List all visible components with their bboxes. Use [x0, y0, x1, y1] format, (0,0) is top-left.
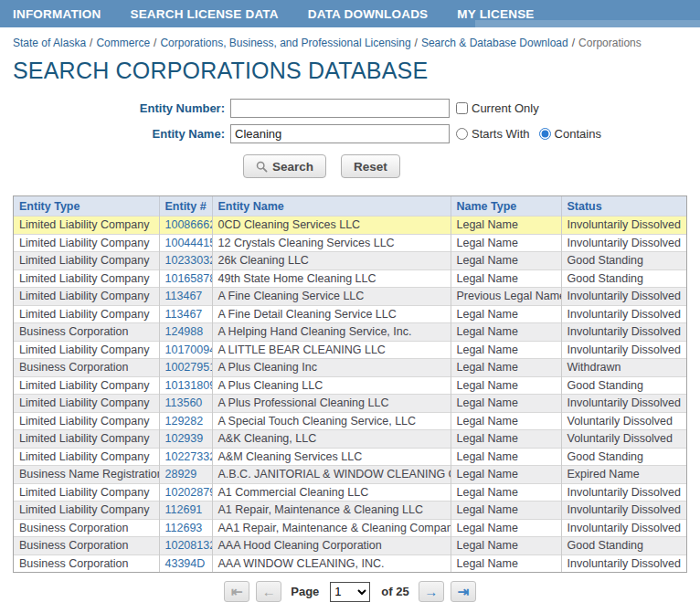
- entity-number-link[interactable]: 10233032: [165, 254, 213, 267]
- cell-entity-type: Limited Liability Company: [14, 288, 159, 306]
- next-page-button[interactable]: →: [419, 581, 444, 602]
- entity-number-link[interactable]: 10027951: [165, 361, 213, 374]
- table-row[interactable]: Limited Liability Company1004441512 Crys…: [14, 234, 686, 252]
- first-page-button[interactable]: ⇤: [224, 581, 249, 602]
- starts-with-radio[interactable]: [456, 128, 468, 140]
- cell-entity-type: Limited Liability Company: [14, 269, 159, 288]
- entity-number-link[interactable]: 112693: [165, 522, 203, 534]
- table-row[interactable]: Limited Liability Company10131809A Plus …: [14, 376, 686, 395]
- entity-number-link[interactable]: 10044415: [165, 237, 213, 249]
- cell-entity-number: 10202879: [159, 483, 212, 502]
- entity-number-link[interactable]: 113467: [165, 290, 203, 302]
- reset-button-label: Reset: [354, 160, 387, 174]
- entity-number-link[interactable]: 10170094: [165, 343, 213, 356]
- table-row[interactable]: Business Corporation112693AA1 Repair, Ma…: [14, 519, 686, 537]
- entity-number-link[interactable]: 10131809: [165, 379, 213, 392]
- cell-entity-name: 0CD Cleaning Services LLC: [212, 217, 451, 235]
- cell-name-type: Legal Name: [451, 448, 561, 466]
- cell-name-type: Legal Name: [451, 376, 561, 395]
- entity-number-input[interactable]: [230, 99, 450, 118]
- table-row[interactable]: Limited Liability Company102939A&K Clean…: [14, 430, 686, 449]
- entity-number-link[interactable]: 10202879: [165, 486, 213, 499]
- starts-with-label[interactable]: Starts With: [472, 127, 530, 141]
- entity-number-link[interactable]: 28929: [165, 468, 197, 481]
- entity-number-link[interactable]: 10227332: [165, 450, 213, 463]
- table-row[interactable]: Business Corporation10027951A Plus Clean…: [14, 359, 686, 377]
- last-page-button[interactable]: ⇥: [451, 581, 476, 602]
- nav-item-data-downloads[interactable]: DATA DOWNLOADS: [308, 7, 429, 21]
- entity-number-link[interactable]: 10086662: [165, 218, 213, 231]
- table-row[interactable]: Limited Liability Company100866620CD Cle…: [14, 217, 686, 235]
- table-row[interactable]: Limited Liability Company10170094A LITTL…: [14, 341, 686, 359]
- breadcrumb: State of Alaska/Commerce/Corporations, B…: [13, 37, 700, 49]
- previous-page-button[interactable]: ←: [256, 581, 281, 602]
- table-row[interactable]: Business Corporation124988A Helping Hand…: [14, 323, 686, 342]
- table-row[interactable]: Business Corporation43394DAAA WINDOW CLE…: [14, 554, 686, 572]
- entity-number-label: Entity Number:: [0, 101, 230, 115]
- breadcrumb-link-search-database-download[interactable]: Search & Database Download: [421, 37, 568, 49]
- results-body: Limited Liability Company100866620CD Cle…: [14, 217, 686, 573]
- cell-name-type: Legal Name: [451, 483, 561, 502]
- entity-number-link[interactable]: 113467: [165, 308, 203, 321]
- cell-entity-name: A1 Repair, Maintenance & Cleaning LLC: [212, 502, 451, 520]
- entity-number-link[interactable]: 10165878: [165, 272, 213, 285]
- entity-number-link[interactable]: 124988: [165, 325, 204, 338]
- cell-entity-type: Business Name Registration: [14, 466, 159, 484]
- entity-number-row: Entity Number: Current Only: [0, 99, 700, 118]
- reset-button[interactable]: Reset: [341, 154, 400, 178]
- nav-item-my-license[interactable]: MY LICENSE: [457, 7, 534, 21]
- cell-name-type: Legal Name: [451, 217, 561, 235]
- cell-status: Involuntarily Dissolved: [561, 217, 686, 235]
- current-only-checkbox[interactable]: [456, 102, 468, 114]
- entity-number-link[interactable]: 113560: [165, 396, 203, 409]
- cell-entity-type: Business Corporation: [14, 554, 159, 572]
- table-row[interactable]: Business Name Registration28929A.B.C. JA…: [14, 466, 686, 484]
- header-name-type[interactable]: Name Type: [451, 196, 561, 217]
- page-select[interactable]: 1: [330, 582, 370, 602]
- page-title: SEARCH CORPORATIONS DATABASE: [13, 58, 700, 84]
- search-button[interactable]: Search: [243, 154, 326, 178]
- cell-entity-number: 43394D: [159, 554, 212, 572]
- table-row[interactable]: Limited Liability Company113560A Plus Pr…: [14, 395, 686, 413]
- table-row[interactable]: Limited Liability Company1023303226k Cle…: [14, 252, 686, 270]
- cell-status: Good Standing: [561, 448, 686, 466]
- cell-name-type: Legal Name: [451, 359, 561, 377]
- header-status[interactable]: Status: [561, 196, 686, 217]
- nav-item-information[interactable]: INFORMATION: [13, 7, 101, 21]
- cell-entity-name: A Plus Cleaning Inc: [212, 359, 451, 377]
- table-row[interactable]: Limited Liability Company10227332A&M Cle…: [14, 448, 686, 466]
- breadcrumb-link-state-of-alaska[interactable]: State of Alaska: [13, 37, 86, 49]
- table-row[interactable]: Limited Liability Company113467A Fine Cl…: [14, 288, 686, 306]
- cell-status: Involuntarily Dissolved: [561, 554, 686, 572]
- table-row[interactable]: Limited Liability Company113467A Fine De…: [14, 305, 686, 323]
- entity-number-link[interactable]: 10208132: [165, 539, 213, 552]
- table-row[interactable]: Limited Liability Company1016587849th St…: [14, 269, 686, 288]
- breadcrumb-link-commerce[interactable]: Commerce: [96, 37, 150, 49]
- cell-entity-number: 113560: [159, 395, 212, 413]
- cell-name-type: Legal Name: [451, 554, 561, 572]
- table-row[interactable]: Limited Liability Company112691A1 Repair…: [14, 502, 686, 520]
- breadcrumb-link-licensing[interactable]: Corporations, Business, and Professional…: [160, 37, 410, 49]
- cell-entity-type: Limited Liability Company: [14, 305, 159, 323]
- entity-number-link[interactable]: 102939: [165, 432, 204, 445]
- header-entity-type[interactable]: Entity Type: [14, 196, 159, 217]
- cell-entity-name: 26k Cleaning LLC: [212, 252, 451, 270]
- table-row[interactable]: Limited Liability Company10202879A1 Comm…: [14, 483, 686, 502]
- current-only-label[interactable]: Current Only: [472, 101, 539, 115]
- table-row[interactable]: Business Corporation10208132AAA Hood Cle…: [14, 537, 686, 555]
- contains-label[interactable]: Contains: [555, 127, 601, 141]
- header-entity-number[interactable]: Entity #: [159, 196, 212, 217]
- cell-status: Involuntarily Dissolved: [561, 288, 686, 306]
- table-row[interactable]: Limited Liability Company129282A Special…: [14, 412, 686, 430]
- entity-number-link[interactable]: 43394D: [165, 557, 206, 570]
- contains-radio[interactable]: [539, 128, 551, 140]
- entity-name-input[interactable]: [230, 124, 450, 143]
- entity-number-link[interactable]: 112691: [165, 503, 203, 516]
- cell-status: Expired Name: [561, 466, 686, 484]
- page-label: Page: [291, 585, 319, 598]
- entity-number-link[interactable]: 129282: [165, 415, 204, 428]
- header-entity-name[interactable]: Entity Name: [212, 196, 451, 217]
- nav-item-search-license-data[interactable]: SEARCH LICENSE DATA: [130, 7, 278, 21]
- top-navigation: INFORMATION SEARCH LICENSE DATA DATA DOW…: [0, 0, 700, 27]
- cell-entity-number: 10044415: [159, 234, 212, 252]
